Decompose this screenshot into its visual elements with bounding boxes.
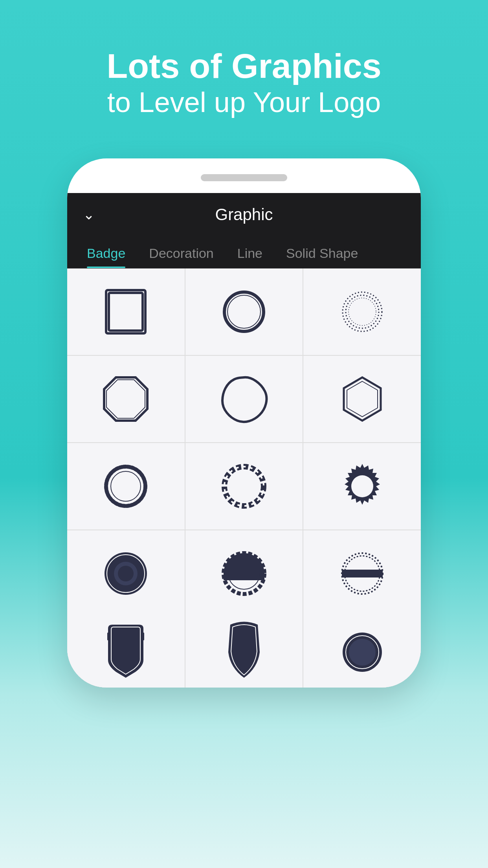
svg-point-12 — [111, 471, 141, 501]
svg-rect-0 — [106, 290, 145, 333]
badge-cell-half-rope[interactable] — [185, 530, 303, 617]
badge-cell-rope[interactable] — [185, 443, 303, 530]
badge-cell-seal[interactable] — [303, 443, 421, 530]
badge-cell-octagon[interactable] — [67, 356, 185, 442]
svg-marker-10 — [347, 381, 378, 417]
badge-cell-hexagon[interactable] — [303, 356, 421, 442]
svg-rect-27 — [141, 633, 144, 640]
badge-cell-emblem[interactable] — [67, 530, 185, 617]
tab-bar: Badge Decoration Line Solid Shape — [67, 236, 421, 268]
badge-cell-ornate2[interactable] — [185, 617, 303, 688]
tab-line[interactable]: Line — [226, 236, 274, 268]
badge-cell-square[interactable] — [67, 268, 185, 355]
tab-solid-shape[interactable]: Solid Shape — [274, 236, 370, 268]
badge-cell-ornate1[interactable] — [67, 617, 185, 688]
svg-rect-1 — [109, 293, 143, 331]
svg-point-6 — [349, 298, 376, 326]
phone-speaker — [201, 174, 287, 181]
badge-grid — [67, 268, 421, 617]
badge-cell-circle-dotted[interactable] — [303, 268, 421, 355]
svg-point-20 — [118, 566, 134, 581]
phone-mockup: ⌄ Graphic Badge Decoration Line Solid Sh… — [67, 158, 421, 688]
badge-cell-braided[interactable] — [67, 443, 185, 530]
svg-point-15 — [351, 475, 373, 497]
badge-cell-circle-simple[interactable] — [185, 268, 303, 355]
svg-marker-8 — [106, 380, 145, 418]
chevron-down-icon[interactable]: ⌄ — [83, 208, 95, 222]
badge-cell-ornate3[interactable] — [303, 617, 421, 688]
badge-cell-blob[interactable] — [185, 356, 303, 442]
svg-point-11 — [106, 467, 145, 506]
svg-rect-25 — [342, 570, 383, 577]
app-header: ⌄ Graphic — [67, 193, 421, 236]
svg-point-3 — [227, 295, 261, 328]
badge-cell-split-dotted[interactable] — [303, 530, 421, 617]
bottom-partial-row — [67, 617, 421, 688]
tab-badge[interactable]: Badge — [75, 236, 137, 268]
screen-title: Graphic — [215, 205, 273, 224]
svg-marker-7 — [104, 377, 147, 421]
hero-section: Lots of Graphics to Level up Your Logo — [106, 47, 381, 119]
app-screen: ⌄ Graphic Badge Decoration Line Solid Sh… — [67, 193, 421, 688]
svg-point-30 — [349, 639, 376, 666]
hero-subtitle: to Level up Your Logo — [106, 85, 381, 119]
hero-title: Lots of Graphics — [106, 47, 381, 85]
svg-marker-9 — [344, 377, 381, 421]
svg-point-5 — [346, 295, 379, 328]
tab-decoration[interactable]: Decoration — [137, 236, 225, 268]
svg-rect-22 — [224, 572, 264, 580]
svg-point-2 — [224, 292, 264, 331]
svg-rect-26 — [107, 633, 110, 640]
